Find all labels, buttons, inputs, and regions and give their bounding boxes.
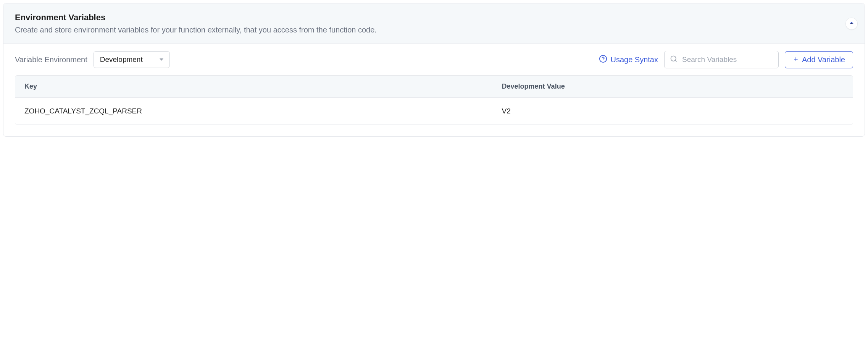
cell-key: ZOHO_CATALYST_ZCQL_PARSER	[15, 98, 493, 125]
search-icon	[670, 55, 678, 64]
svg-point-3	[671, 56, 676, 61]
column-header-value: Development Value	[493, 76, 853, 97]
column-header-key: Key	[15, 76, 493, 97]
env-label: Variable Environment	[15, 55, 87, 64]
chevron-down-icon	[160, 58, 163, 61]
table-row: ZOHO_CATALYST_ZCQL_PARSER V2	[15, 98, 853, 125]
panel-header: Environment Variables Create and store e…	[3, 3, 865, 44]
variables-table: Key Development Value ZOHO_CATALYST_ZCQL…	[15, 75, 853, 125]
search-input[interactable]	[682, 55, 773, 64]
collapse-button[interactable]	[845, 18, 858, 30]
svg-line-4	[675, 60, 677, 62]
panel-title: Environment Variables	[15, 13, 853, 23]
usage-syntax-link[interactable]: Usage Syntax	[599, 55, 658, 65]
add-variable-button[interactable]: Add Variable	[785, 51, 853, 68]
toolbar: Variable Environment Development Usage S…	[3, 44, 865, 75]
env-dropdown[interactable]: Development	[94, 51, 170, 68]
table-header: Key Development Value	[15, 76, 853, 98]
svg-marker-0	[160, 58, 163, 61]
cell-value: V2	[493, 98, 853, 125]
usage-syntax-label: Usage Syntax	[610, 55, 658, 64]
panel-subtitle: Create and store environment variables f…	[15, 26, 853, 34]
add-button-label: Add Variable	[802, 55, 845, 64]
search-box[interactable]	[664, 51, 779, 68]
env-variables-panel: Environment Variables Create and store e…	[3, 3, 865, 137]
chevron-up-icon	[849, 20, 854, 27]
help-icon	[599, 55, 607, 65]
plus-icon	[793, 55, 799, 64]
env-dropdown-value: Development	[100, 55, 143, 64]
